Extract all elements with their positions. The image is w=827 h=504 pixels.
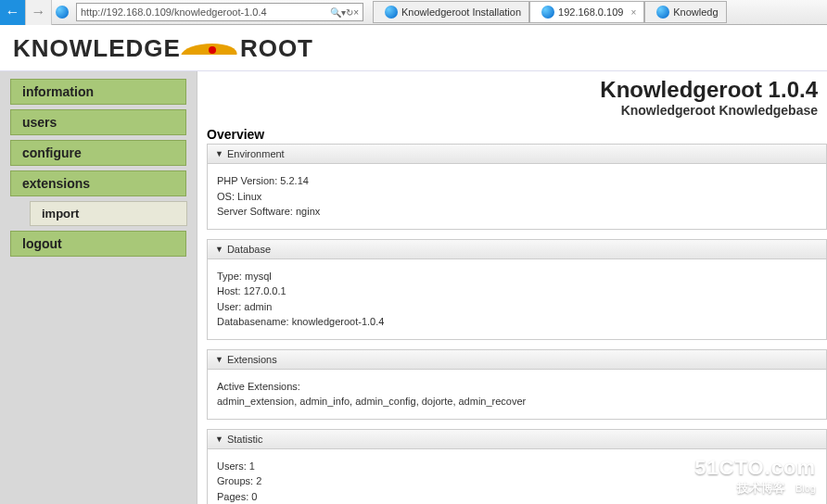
url-text: http://192.168.0.109/knowledgeroot-1.0.4	[81, 6, 330, 18]
tab-knowledg[interactable]: Knowledg	[644, 1, 726, 23]
panel-environment: ▼ Environment PHP Version: 5.2.14 OS: Li…	[207, 144, 827, 230]
activeext-label: Active Extensions:	[217, 381, 300, 392]
php-value: 5.2.14	[280, 175, 309, 186]
panel-title: Database	[227, 244, 271, 255]
forward-button[interactable]: →	[26, 0, 52, 25]
dbname-label: Databasename:	[217, 316, 289, 327]
panel-body-database: Type: mysql Host: 127.0.0.1 User: admin …	[208, 259, 826, 339]
watermark-blog: Blog	[795, 483, 816, 494]
panel-header-database[interactable]: ▼ Database	[208, 240, 826, 259]
browser-tabs: Knowledgeroot Installation 192.168.0.109…	[373, 1, 827, 23]
panel-body-environment: PHP Version: 5.2.14 OS: Linux Server Sof…	[208, 164, 826, 229]
os-value: Linux	[237, 191, 261, 202]
chevron-down-icon: ▼	[215, 435, 223, 444]
panel-title: Environment	[227, 148, 285, 159]
sidebar-item-logout[interactable]: logout	[10, 231, 186, 257]
watermark: 51CTO.com 技术博客 Blog	[694, 456, 816, 497]
page-title: Knowledgeroot 1.0.4	[207, 77, 818, 103]
sidebar-item-extensions[interactable]: extensions	[10, 170, 186, 196]
ie-icon	[56, 6, 69, 19]
sidebar-item-users[interactable]: users	[10, 109, 186, 135]
chevron-down-icon: ▼	[215, 355, 223, 364]
main-panel: Knowledgeroot 1.0.4 Knowledgeroot Knowle…	[197, 71, 827, 504]
refresh-icon[interactable]: ↻	[346, 7, 353, 18]
ie-icon	[541, 6, 554, 19]
back-button[interactable]: ←	[0, 0, 26, 25]
overview-heading: Overview	[207, 127, 827, 142]
content: information users configure extensions i…	[0, 71, 827, 504]
stat-groups-label: Groups:	[217, 475, 253, 486]
dbtype-label: Type:	[217, 271, 242, 282]
stat-users-label: Users:	[217, 460, 247, 472]
panel-header-statistic[interactable]: ▼ Statistic	[208, 430, 826, 449]
tab-knowledgeroot-install[interactable]: Knowledgeroot Installation	[373, 1, 529, 23]
chevron-down-icon: ▼	[215, 245, 223, 254]
sidebar-item-import[interactable]: import	[30, 201, 187, 226]
address-bar[interactable]: http://192.168.0.109/knowledgeroot-1.0.4…	[76, 3, 363, 21]
panel-header-environment[interactable]: ▼ Environment	[208, 145, 826, 164]
watermark-sub: 技术博客	[737, 481, 785, 495]
sidebar-item-configure[interactable]: configure	[10, 140, 186, 166]
dbhost-value: 127.0.0.1	[244, 285, 286, 296]
panel-body-extensions: Active Extensions: admin_extension, admi…	[208, 370, 826, 419]
tab-ip-address[interactable]: 192.168.0.109 ×	[529, 1, 644, 23]
sidebar: information users configure extensions i…	[0, 71, 197, 504]
dbhost-label: Host:	[217, 285, 241, 296]
server-value: nginx	[296, 206, 320, 217]
tab-label: Knowledg	[673, 6, 718, 18]
panel-database: ▼ Database Type: mysql Host: 127.0.0.1 U…	[207, 239, 827, 340]
watermark-main: 51CTO.com	[694, 456, 816, 480]
stat-users-value: 1	[249, 460, 255, 472]
dbname-value: knowledgeroot-1.0.4	[292, 316, 385, 327]
browser-toolbar: ← → http://192.168.0.109/knowledgeroot-1…	[0, 0, 827, 25]
logo-swoosh-icon	[183, 36, 238, 62]
stop-icon[interactable]: ×	[353, 7, 359, 18]
tab-label: Knowledgeroot Installation	[401, 6, 521, 18]
os-label: OS:	[217, 191, 235, 202]
logo-bar: KNOWLEDGE ROOT	[0, 25, 827, 71]
stat-pages-value: 0	[251, 491, 257, 502]
stat-groups-value: 2	[256, 475, 261, 486]
panel-title: Extensions	[227, 354, 277, 365]
logo-right: ROOT	[240, 34, 313, 63]
activeext-list: admin_extension, admin_info, admin_confi…	[217, 396, 526, 407]
logo-left: KNOWLEDGE	[13, 34, 181, 63]
sidebar-item-information[interactable]: information	[10, 79, 186, 105]
dbuser-value: admin	[244, 301, 272, 312]
close-icon[interactable]: ×	[630, 7, 636, 18]
php-label: PHP Version:	[217, 175, 277, 186]
dbuser-label: User:	[217, 301, 241, 312]
chevron-down-icon: ▼	[215, 149, 223, 158]
dbtype-value: mysql	[245, 271, 272, 282]
stat-pages-label: Pages:	[217, 491, 248, 502]
search-icon[interactable]: 🔍	[330, 7, 341, 18]
logo: KNOWLEDGE ROOT	[13, 34, 814, 63]
ie-icon	[656, 6, 669, 19]
ie-icon	[385, 6, 398, 19]
panel-header-extensions[interactable]: ▼ Extensions	[208, 350, 826, 370]
server-label: Server Software:	[217, 206, 293, 217]
panel-title: Statistic	[227, 434, 263, 445]
tab-label: 192.168.0.109	[558, 6, 623, 18]
page-header: Knowledgeroot 1.0.4 Knowledgeroot Knowle…	[207, 77, 827, 123]
panel-extensions: ▼ Extensions Active Extensions: admin_ex…	[207, 349, 827, 420]
page-subtitle: Knowledgeroot Knowledgebase	[207, 103, 818, 118]
